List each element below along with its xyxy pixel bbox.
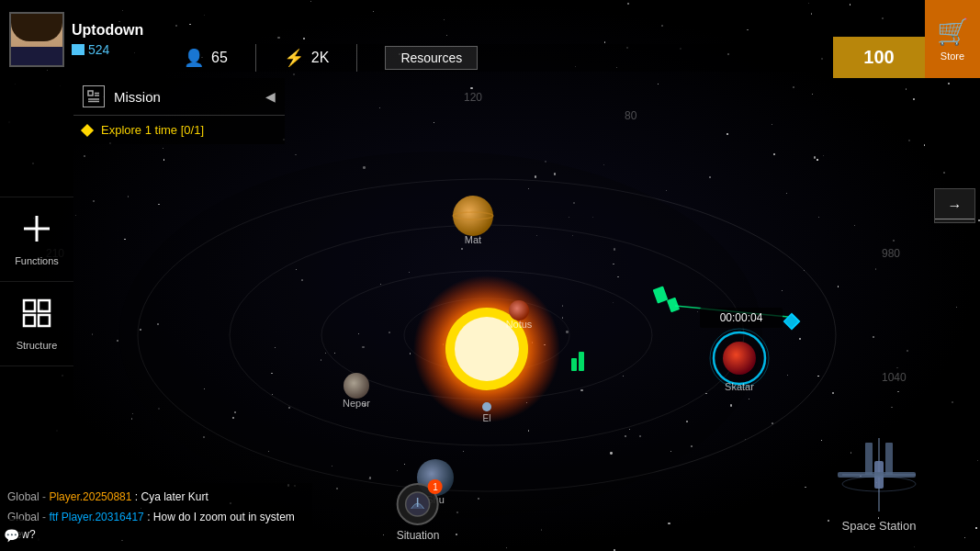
player-score: 524 [72, 42, 143, 57]
chat-player-2: ftf Player.20316417 [49, 511, 143, 523]
chat-message-1: Global - Player.20250881 : Cya later Kur… [7, 489, 305, 506]
svg-rect-3 [39, 300, 50, 311]
store-icon: 🛒 [937, 17, 969, 47]
svg-text:Mat: Mat [465, 234, 481, 245]
svg-rect-45 [579, 352, 584, 371]
nav-line-icon [935, 219, 974, 219]
stat-divider-2 [356, 44, 357, 72]
chat-text-1: : Cya later Kurt [135, 490, 208, 503]
svg-point-25 [453, 196, 493, 236]
header: Uptodown 524 👤 65 ⚡ 2K Resources 100 🛒 S… [0, 0, 980, 78]
right-panel: → [929, 78, 980, 227]
svg-rect-2 [24, 300, 35, 311]
svg-text:Notus: Notus [506, 319, 533, 330]
people-value: 65 [211, 50, 228, 66]
mission-collapse[interactable]: ◀ [265, 89, 276, 104]
sidebar: Functions Structure [0, 78, 73, 551]
space-station-label: Space Station [833, 519, 925, 533]
player-text: Uptodown 524 [72, 22, 143, 57]
mission-task: Explore 1 time [0/1] [73, 116, 285, 144]
svg-text:1040: 1040 [882, 371, 907, 384]
mission-task-text: Explore 1 time [0/1] [101, 123, 204, 137]
svg-text:120: 120 [464, 91, 482, 104]
functions-button[interactable]: Functions [0, 197, 73, 282]
nav-arrow-icon: → [948, 197, 963, 214]
mission-header: Mission ◀ [73, 78, 285, 116]
structure-button[interactable]: Structure [0, 282, 73, 366]
stat-divider-1 [255, 44, 256, 72]
chat-channel-1: Global [7, 490, 39, 503]
score-icon [72, 44, 84, 55]
svg-text:980: 980 [882, 247, 900, 260]
energy-stat: ⚡ 2K [284, 48, 330, 68]
score-value: 524 [88, 42, 109, 57]
chat-input-area[interactable]: 💬 [0, 519, 23, 551]
mission-title: Mission [114, 89, 265, 105]
gold-display: 100 [833, 37, 925, 78]
player-info: Uptodown 524 [0, 0, 165, 78]
avatar [9, 12, 64, 67]
energy-icon: ⚡ [284, 48, 304, 68]
svg-rect-4 [24, 315, 35, 326]
player-name: Uptodown [72, 22, 143, 39]
resources-button[interactable]: Resources [385, 46, 478, 70]
svg-point-30 [344, 373, 369, 399]
svg-text:00:00:04: 00:00:04 [720, 311, 763, 324]
store-button[interactable]: 🛒 Store [925, 0, 980, 78]
structure-label: Structure [17, 340, 58, 351]
mission-add-icon[interactable] [83, 85, 105, 107]
svg-text:Skatar: Skatar [725, 381, 754, 392]
mission-panel: Mission ◀ Explore 1 time [0/1] [73, 78, 285, 144]
svg-rect-52 [885, 443, 893, 475]
svg-text:80: 80 [625, 109, 637, 122]
chat-icon: 💬 [4, 528, 19, 543]
svg-rect-44 [571, 358, 577, 371]
situation-label: Situation [397, 529, 440, 542]
svg-point-36 [723, 342, 756, 375]
chat-message-2: Global - ftf Player.20316417 : How do I … [7, 509, 305, 544]
functions-label: Functions [15, 255, 59, 266]
nav-button[interactable]: → [934, 188, 975, 223]
svg-point-32 [482, 402, 491, 411]
people-stat: 👤 65 [184, 48, 228, 68]
chat-player-1: Player.20250881 [49, 490, 131, 503]
svg-rect-51 [865, 443, 873, 475]
svg-text:Neper: Neper [343, 398, 370, 409]
chat-panel: Global - Player.20250881 : Cya later Kur… [0, 483, 312, 551]
mission-diamond-icon [81, 123, 94, 136]
stats-bar: 👤 65 ⚡ 2K Resources [165, 44, 833, 72]
svg-rect-6 [88, 91, 93, 96]
svg-text:El: El [483, 413, 491, 423]
functions-icon [20, 212, 53, 252]
people-icon: 👤 [184, 48, 204, 68]
svg-point-28 [509, 300, 529, 320]
structure-icon [20, 297, 53, 336]
space-station: Space Station [833, 438, 925, 533]
energy-value: 2K [311, 50, 330, 66]
situation-button[interactable]: 1 Situation [397, 483, 440, 542]
svg-rect-5 [39, 315, 50, 326]
store-label: Store [941, 51, 964, 62]
